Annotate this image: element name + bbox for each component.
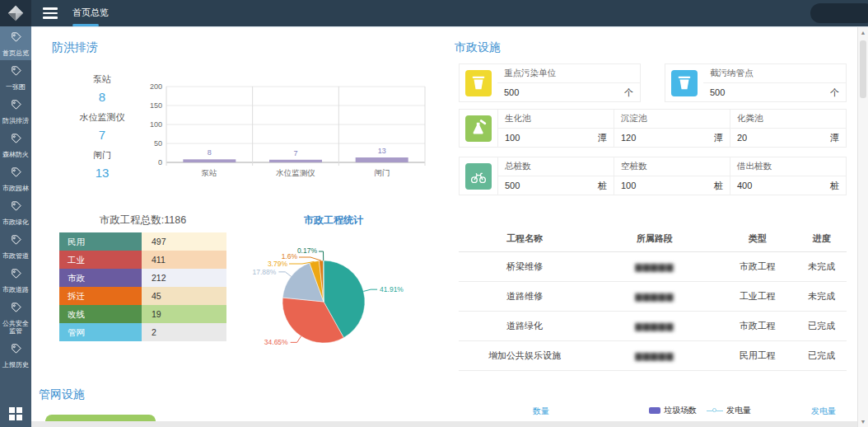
- facility-card-icon: [671, 70, 698, 96]
- sidebar-item[interactable]: 公共安全监管: [0, 297, 31, 338]
- projects-legend-row: 民用 497: [59, 232, 226, 251]
- projects-legend-row: 改线 19: [59, 305, 226, 323]
- tag-icon: [10, 167, 22, 179]
- search-input[interactable]: [810, 3, 868, 23]
- vertical-scrollbar[interactable]: ▲ ▼: [857, 27, 868, 427]
- pile-unit: 桩: [830, 180, 839, 192]
- pile-label: 空桩数: [614, 157, 730, 176]
- facility-card-value: 500: [710, 87, 725, 97]
- legend-item[interactable]: 垃圾场数: [649, 405, 697, 416]
- pile-column: 空桩数 100 桩: [614, 157, 730, 195]
- flood-stat: 闸门 13: [63, 149, 142, 180]
- project-status-cell: 已完成: [796, 312, 847, 341]
- sidebar-item-label: 防洪排涝: [0, 117, 31, 124]
- projects-table-header-row: 工程名称 所属路段 类型 进度: [459, 226, 847, 252]
- flood-stat-value: 13: [63, 166, 142, 180]
- tab-active-underline: [72, 24, 99, 26]
- project-type-cell: 工业工程: [719, 282, 796, 312]
- facility-card-unit: 个: [830, 87, 839, 99]
- sidebar-item[interactable]: 市政道路: [0, 263, 31, 297]
- projects-table: 工程名称 所属路段 类型 进度 桥梁维修 ▆▆▆▆▆ 市政工程 未完成: [459, 226, 847, 371]
- flood-bar-chart: 0501001502008泵站7水位监测仪13闸门: [137, 77, 435, 202]
- projects-pie-chart: 41.91%34.65%17.88%3.79%1.6%0.17%: [235, 228, 432, 387]
- svg-text:8: 8: [208, 148, 212, 157]
- tag-icon: [10, 234, 22, 246]
- pile-unit: 桩: [598, 180, 607, 192]
- projects-legend-label: 工业: [59, 251, 142, 269]
- power-link[interactable]: 发电量: [811, 406, 836, 417]
- col-header-project-name: 工程名称: [459, 226, 590, 252]
- pool-label: 化粪池: [730, 110, 846, 129]
- projects-legend-label: 管网: [59, 323, 142, 341]
- pool-value: 120: [621, 133, 636, 143]
- svg-text:水位监测仪: 水位监测仪: [275, 168, 315, 177]
- projects-legend-value: 497: [142, 232, 226, 251]
- project-table-row[interactable]: 道路绿化 ▆▆▆▆▆ 市政工程 已完成: [459, 312, 847, 341]
- legend-item[interactable]: 发电量: [707, 405, 751, 416]
- sidebar-item-label: 森林防火: [0, 151, 31, 158]
- project-table-row[interactable]: 增加公共娱乐设施 ▆▆▆▆▆ 民用工程 已完成: [459, 341, 847, 371]
- facility-card-icon: [465, 70, 492, 96]
- projects-legend-row: 市政 212: [59, 269, 226, 287]
- app-logo[interactable]: [0, 0, 31, 26]
- project-name-cell: 桥梁维修: [459, 252, 590, 282]
- project-table-row[interactable]: 道路维修 ▆▆▆▆▆ 工业工程 未完成: [459, 282, 847, 312]
- facility-cards-row: 重点污染单位 500 个: [459, 63, 847, 102]
- flood-stat: 水位监测仪 7: [63, 111, 142, 142]
- svg-text:100: 100: [150, 120, 162, 129]
- col-header-progress: 进度: [796, 226, 847, 252]
- pool-unit: 潭: [830, 132, 839, 144]
- sidebar-item[interactable]: 防洪排涝: [0, 94, 31, 128]
- project-status-cell: 未完成: [796, 282, 847, 312]
- scroll-up-icon[interactable]: ▲: [858, 30, 868, 35]
- sidebar-item[interactable]: 市政园林: [0, 162, 31, 195]
- pool-value: 20: [737, 133, 747, 143]
- bottom-divider-strip: [31, 421, 857, 427]
- project-type-cell: 市政工程: [719, 312, 796, 341]
- sidebar-item[interactable]: 首页总览: [0, 26, 31, 60]
- pile-value: 100: [621, 181, 636, 190]
- sidebar-item[interactable]: 上报历史: [0, 338, 31, 372]
- sidebar: 首页总览 一张图 防洪排涝: [0, 26, 31, 427]
- diamond-logo-icon: [7, 4, 25, 22]
- project-road-cell-redacted: ▆▆▆▆▆: [590, 282, 718, 312]
- tag-icon: [10, 65, 22, 77]
- scrollbar-thumb[interactable]: [860, 40, 866, 98]
- hamburger-menu-icon[interactable]: [43, 7, 58, 21]
- grid-apps-icon[interactable]: [0, 407, 31, 420]
- pile-value: 400: [737, 181, 752, 190]
- project-table-row[interactable]: 桥梁维修 ▆▆▆▆▆ 市政工程 未完成: [459, 252, 847, 282]
- project-type-cell: 市政工程: [719, 252, 796, 282]
- bottom-chart-legend: 垃圾场数 发电量: [649, 405, 761, 416]
- tag-icon: [10, 343, 22, 355]
- col-header-type: 类型: [719, 226, 796, 252]
- project-name-cell: 增加公共娱乐设施: [459, 341, 590, 371]
- sidebar-item[interactable]: 森林防火: [0, 128, 31, 162]
- tab-home-overview[interactable]: 首页总览: [72, 0, 109, 26]
- scroll-down-icon[interactable]: ▼: [858, 419, 868, 425]
- bicycle-icon: [469, 167, 488, 185]
- pile-column: 总桩数 500 桩: [497, 157, 614, 195]
- bicycle-icon-box: [465, 163, 492, 190]
- flask-icon-box: [465, 115, 492, 142]
- facility-card-unit: 个: [624, 87, 633, 99]
- project-name-cell: 道路绿化: [459, 312, 590, 341]
- sidebar-item[interactable]: 市政管道: [0, 229, 31, 263]
- sidebar-item[interactable]: 市政绿化: [0, 195, 31, 229]
- legend-label: 发电量: [726, 405, 751, 416]
- sidebar-item-label: 市政园林: [0, 185, 31, 192]
- svg-text:泵站: 泵站: [201, 168, 217, 177]
- quantity-link[interactable]: 数量: [533, 406, 549, 417]
- flood-stat-label: 水位监测仪: [63, 111, 142, 124]
- pie-chart-title: 市政工程统计: [243, 214, 424, 228]
- svg-text:闸门: 闸门: [374, 168, 390, 177]
- flood-stat-value: 8: [63, 90, 142, 104]
- flood-stats: 泵站 8 水位监测仪 7 闸门 13: [63, 73, 142, 187]
- pile-label: 借出桩数: [730, 157, 846, 176]
- projects-legend-value: 19: [142, 305, 226, 323]
- flood-stat: 泵站 8: [63, 73, 142, 104]
- sidebar-item[interactable]: 一张图: [0, 60, 31, 94]
- tag-icon: [10, 200, 22, 213]
- bike-piles-card: 总桩数 500 桩 空桩数 100 桩: [459, 157, 847, 195]
- trash-bin-icon: [469, 74, 488, 92]
